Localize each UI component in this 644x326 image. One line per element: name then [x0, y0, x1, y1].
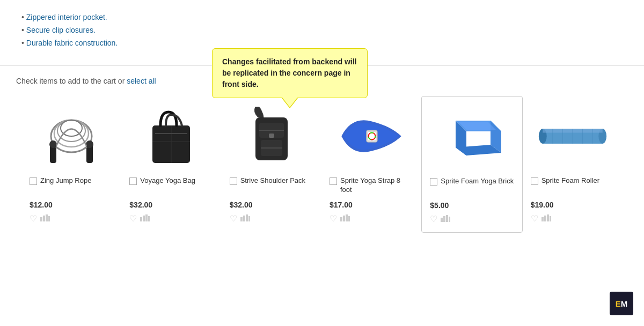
- product-price-4: $17.00: [330, 201, 413, 209]
- wishlist-icon-5[interactable]: ♡: [430, 214, 437, 224]
- svg-rect-45: [443, 216, 445, 222]
- product-checkbox-row-3: Strive Shoulder Pack: [230, 176, 313, 198]
- wishlist-icon-1[interactable]: ♡: [30, 213, 37, 224]
- product-checkbox-2[interactable]: [129, 177, 137, 185]
- product-checkbox-4[interactable]: [330, 177, 337, 185]
- svg-rect-60: [550, 216, 551, 221]
- svg-point-3: [54, 120, 89, 147]
- avatar-m: M: [621, 299, 628, 308]
- svg-rect-37: [346, 214, 348, 221]
- product-actions-2: ♡: [129, 213, 213, 224]
- wishlist-icon-3[interactable]: ♡: [230, 213, 237, 224]
- svg-rect-35: [340, 217, 342, 221]
- product-checkbox-1[interactable]: [30, 177, 37, 185]
- svg-rect-8: [40, 217, 42, 221]
- compare-icon-6[interactable]: [541, 214, 551, 223]
- svg-point-6: [49, 140, 57, 148]
- product-price-3: $32.00: [230, 201, 313, 209]
- product-checkbox-3[interactable]: [230, 177, 237, 185]
- product-card-sprite-foam-yoga-brick: Sprite Foam Yoga Brick $5.00 ♡: [421, 96, 522, 233]
- compare-icon-5[interactable]: [441, 214, 450, 224]
- svg-rect-46: [446, 215, 448, 222]
- svg-rect-36: [343, 216, 345, 221]
- svg-rect-27: [243, 216, 245, 221]
- svg-rect-9: [43, 216, 45, 221]
- svg-rect-29: [248, 216, 250, 221]
- svg-rect-58: [544, 216, 546, 221]
- product-card-sprite-foam-roller: Sprite Foam Roller $19.00 ♡: [523, 96, 623, 233]
- product-checkbox-row-1: Zing Jump Rope: [30, 176, 113, 198]
- product-card-zing-jump-rope: Zing Jump Rope $12.00 ♡: [21, 96, 121, 233]
- compare-icon-1[interactable]: [40, 214, 50, 223]
- svg-point-7: [86, 140, 93, 148]
- product-price-6: $19.00: [531, 201, 614, 209]
- page-wrapper: Zippered interior pocket. Secure clip cl…: [0, 0, 644, 326]
- tooltip-container: Changes facilitated from backend will be…: [212, 48, 368, 98]
- compare-icon-4[interactable]: [340, 214, 350, 223]
- svg-rect-57: [541, 217, 544, 221]
- svg-rect-38: [348, 216, 350, 221]
- product-image-voyage[interactable]: [129, 101, 213, 171]
- product-actions-1: ♡: [30, 213, 113, 224]
- svg-rect-11: [48, 216, 50, 221]
- svg-rect-44: [441, 218, 443, 222]
- product-name-5: Sprite Foam Yoga Brick: [441, 177, 514, 186]
- product-name-4: Sprite Yoga Strap 8 foot: [340, 176, 413, 195]
- product-card-strive-shoulder-pack: Strive Shoulder Pack $32.00 ♡: [222, 96, 321, 233]
- bullet-3: Durable fabric construction.: [21, 36, 628, 49]
- wishlist-icon-6[interactable]: ♡: [531, 213, 538, 224]
- product-checkbox-row-5: Sprite Foam Yoga Brick: [430, 177, 514, 198]
- products-grid: Zing Jump Rope $12.00 ♡: [16, 96, 628, 233]
- compare-icon-3[interactable]: [240, 214, 250, 223]
- product-price-1: $12.00: [30, 201, 113, 209]
- check-items-label: Check items to add to the cart or: [16, 77, 127, 85]
- product-card-voyage-yoga-bag: Voyage Yoga Bag $32.00 ♡: [121, 96, 221, 233]
- avatar-e: E: [616, 299, 621, 308]
- tooltip-box: Changes facilitated from backend will be…: [212, 48, 368, 98]
- svg-rect-25: [269, 134, 274, 138]
- product-actions-4: ♡: [330, 213, 413, 224]
- product-price-2: $32.00: [129, 201, 213, 209]
- product-actions-6: ♡: [531, 213, 614, 224]
- product-checkbox-row-2: Voyage Yoga Bag: [129, 176, 213, 198]
- product-image-roller[interactable]: [531, 101, 614, 171]
- bullet-1: Zippered interior pocket.: [21, 11, 628, 24]
- svg-rect-10: [46, 214, 48, 221]
- product-name-3: Strive Shoulder Pack: [240, 176, 305, 186]
- wishlist-icon-2[interactable]: ♡: [129, 213, 137, 224]
- svg-rect-26: [240, 217, 243, 221]
- product-image-brick[interactable]: [430, 102, 514, 172]
- product-checkbox-row-6: Sprite Foam Roller: [531, 176, 614, 198]
- bullet-2: Secure clip closures.: [21, 24, 628, 36]
- svg-rect-47: [449, 217, 450, 222]
- select-all-link[interactable]: select all: [127, 77, 156, 85]
- product-price-5: $5.00: [430, 201, 514, 210]
- wishlist-icon-4[interactable]: ♡: [330, 213, 337, 224]
- product-image-strive[interactable]: [230, 101, 313, 171]
- product-actions-5: ♡: [430, 214, 514, 224]
- product-actions-3: ♡: [230, 213, 313, 224]
- svg-rect-59: [547, 214, 549, 221]
- bullet-list: Zippered interior pocket. Secure clip cl…: [16, 11, 628, 49]
- product-checkbox-5[interactable]: [430, 178, 437, 186]
- product-checkbox-6[interactable]: [531, 177, 538, 185]
- product-name-2: Voyage Yoga Bag: [140, 176, 195, 186]
- tooltip-text: Changes facilitated from backend will be…: [222, 57, 357, 88]
- product-name-1: Zing Jump Rope: [40, 176, 91, 186]
- svg-rect-16: [140, 217, 142, 221]
- product-card-sprite-yoga-strap: Sprite Yoga Strap 8 foot $17.00 ♡: [321, 96, 421, 233]
- product-checkbox-row-4: Sprite Yoga Strap 8 foot: [330, 176, 413, 198]
- product-image-zing[interactable]: [30, 101, 113, 171]
- avatar-badge[interactable]: EM: [610, 292, 633, 315]
- svg-point-34: [370, 134, 374, 138]
- compare-icon-2[interactable]: [140, 214, 150, 223]
- avatar-text: EM: [616, 299, 628, 308]
- product-name-6: Sprite Foam Roller: [541, 176, 599, 186]
- product-image-strap[interactable]: [330, 101, 413, 171]
- svg-rect-28: [246, 214, 248, 221]
- svg-rect-19: [148, 216, 150, 221]
- svg-rect-18: [145, 214, 148, 221]
- svg-rect-17: [143, 216, 145, 221]
